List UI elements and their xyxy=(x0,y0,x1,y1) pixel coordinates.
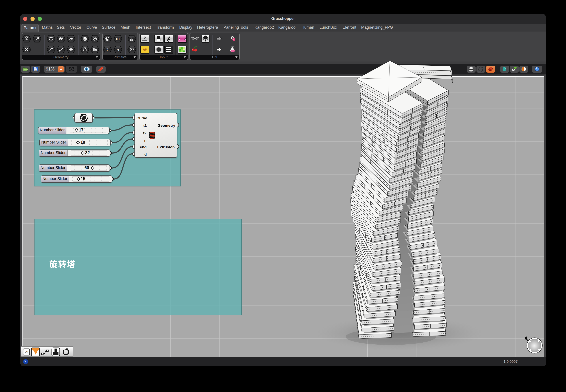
svg-text:-x: -x xyxy=(25,350,28,354)
svg-text:!: ! xyxy=(25,360,26,364)
